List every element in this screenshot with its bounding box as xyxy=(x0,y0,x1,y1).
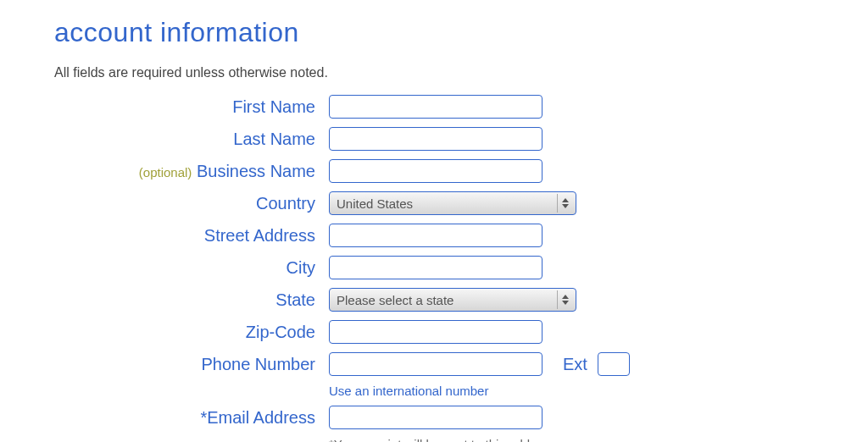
last-name-field[interactable] xyxy=(329,127,542,151)
label-email-address: *Email Address xyxy=(54,408,329,428)
first-name-field[interactable] xyxy=(329,95,542,119)
state-select[interactable]: Please select a state xyxy=(329,288,576,312)
label-street-address: Street Address xyxy=(54,226,329,246)
label-country: Country xyxy=(54,194,329,213)
business-name-text: Business Name xyxy=(197,162,315,180)
state-select-value: Please select a state xyxy=(337,293,569,307)
country-select[interactable]: United States xyxy=(329,191,576,215)
phone-number-field[interactable] xyxy=(329,352,542,376)
email-address-field[interactable] xyxy=(329,406,542,429)
dropdown-spinner-icon xyxy=(557,194,572,213)
page-title: account information xyxy=(54,17,868,48)
label-city: City xyxy=(54,258,329,278)
ext-field[interactable] xyxy=(598,352,630,376)
dropdown-spinner-icon xyxy=(557,290,572,309)
country-select-value: United States xyxy=(337,196,569,211)
label-first-name: First Name xyxy=(54,97,329,117)
business-name-field[interactable] xyxy=(329,159,542,183)
email-receipt-note: *Your receipt will be sent to this addre… xyxy=(329,437,558,442)
label-zip-code: Zip-Code xyxy=(54,323,329,342)
label-state: State xyxy=(54,290,329,310)
optional-prefix: (optional) xyxy=(139,165,192,180)
city-field[interactable] xyxy=(329,256,542,279)
street-address-field[interactable] xyxy=(329,224,542,247)
label-phone-number: Phone Number xyxy=(54,355,329,374)
label-ext: Ext xyxy=(563,355,587,374)
label-last-name: Last Name xyxy=(54,130,329,149)
required-note: All fields are required unless otherwise… xyxy=(54,65,868,80)
label-business-name: (optional) Business Name xyxy=(54,162,329,181)
intl-number-link[interactable]: Use an international number xyxy=(329,384,488,398)
zip-code-field[interactable] xyxy=(329,320,542,344)
